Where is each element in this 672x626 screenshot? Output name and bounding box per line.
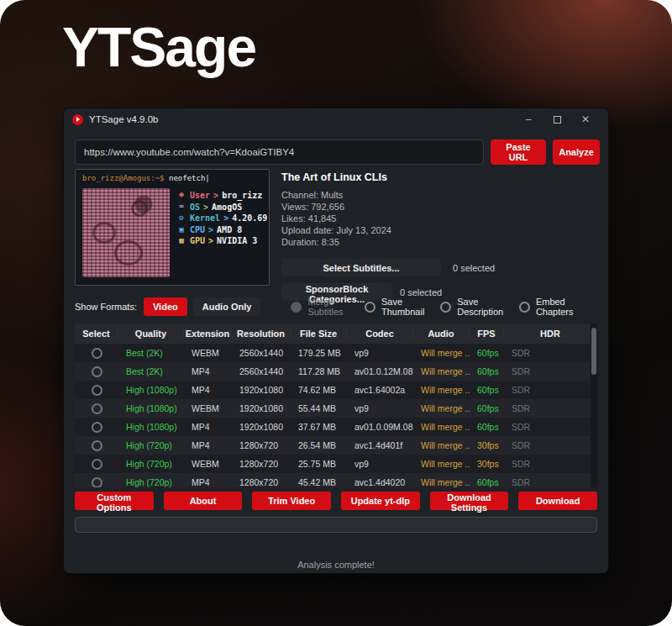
cell-extension: WEBM xyxy=(184,348,232,358)
checkbox-label: Save Thumbnail xyxy=(381,297,440,317)
table-row[interactable]: High (720p)MP41280x72026.54 MBavc1.4d401… xyxy=(75,436,597,455)
neofetch-label: Kernel xyxy=(190,213,220,224)
video-channel: Channel: Mults xyxy=(281,189,597,201)
cell-extension: WEBM xyxy=(184,459,232,469)
user-icon: ☻ xyxy=(176,190,186,202)
cell-file-size: 74.62 MB xyxy=(291,385,347,395)
select-radio-icon[interactable] xyxy=(92,385,102,396)
subtitles-row: Select Subtitles... 0 selected xyxy=(281,259,597,276)
column-header-hdr: HDR xyxy=(504,329,597,339)
select-radio-icon[interactable] xyxy=(92,403,102,414)
paste-url-button[interactable]: Paste URL xyxy=(491,139,546,165)
select-radio-icon[interactable] xyxy=(92,477,102,488)
cell-select[interactable] xyxy=(75,403,118,414)
gear-icon: ⚙ xyxy=(176,213,186,224)
chevron-right-icon: > xyxy=(203,202,208,213)
window-title: YTSage v4.9.0b xyxy=(89,114,158,124)
update-yt-dlp-button[interactable]: Update yt-dlp xyxy=(341,492,420,510)
maximize-button[interactable] xyxy=(543,108,571,130)
download-button[interactable]: Download xyxy=(518,492,597,510)
scrollbar-thumb[interactable] xyxy=(591,328,596,375)
select-radio-icon[interactable] xyxy=(92,459,102,470)
cell-resolution: 1920x1080 xyxy=(232,422,291,432)
close-button[interactable]: ✕ xyxy=(571,108,600,130)
cell-quality: High (1080p) xyxy=(118,403,184,413)
table-row[interactable]: Best (2K)MP42560x1440117.28 MBav01.0.12M… xyxy=(75,362,597,381)
cell-quality: Best (2K) xyxy=(118,366,184,376)
table-row[interactable]: High (1080p)MP41920x108037.67 MBav01.0.0… xyxy=(75,418,597,436)
column-header-fps: FPS xyxy=(470,329,504,339)
cell-select[interactable] xyxy=(75,366,118,377)
neofetch-line: ▦GPU>NVIDIA 3 xyxy=(176,235,267,247)
cell-quality: High (720p) xyxy=(118,440,184,450)
select-radio-icon[interactable] xyxy=(92,366,102,377)
cell-codec: vp9 xyxy=(347,459,413,469)
cell-select[interactable] xyxy=(75,459,118,470)
table-body: Best (2K)WEBM2560x1440179.25 MBvp9Will m… xyxy=(75,344,597,487)
cell-fps: 60fps xyxy=(470,385,504,395)
cell-audio: Will merge ... xyxy=(413,385,470,395)
cell-hdr: SDR xyxy=(504,403,597,413)
cell-extension: MP4 xyxy=(184,422,232,432)
checkbox-embed-chapters[interactable]: Embed Chapters xyxy=(519,297,597,317)
table-row[interactable]: Best (2K)WEBM2560x1440179.25 MBvp9Will m… xyxy=(75,344,597,362)
cell-codec: vp9 xyxy=(347,348,413,358)
column-header-audio: Audio xyxy=(413,329,470,339)
cell-select[interactable] xyxy=(75,440,118,451)
neofetch-line: ☻User>bro_rizz xyxy=(176,190,267,202)
column-header-codec: Codec xyxy=(347,329,413,339)
cell-codec: avc1.4d401f xyxy=(347,440,413,450)
formats-audio-toggle[interactable]: Audio Only xyxy=(193,297,261,316)
cell-extension: MP4 xyxy=(184,477,232,487)
action-buttons-row: Custom OptionsAboutTrim VideoUpdate yt-d… xyxy=(75,492,597,510)
cell-codec: av01.0.09M.08 xyxy=(347,422,413,432)
minimize-button[interactable]: – xyxy=(514,108,543,130)
checkbox-save-description[interactable]: Save Description xyxy=(440,297,519,317)
table-scrollbar[interactable] xyxy=(591,324,597,487)
cell-hdr: SDR xyxy=(504,385,597,395)
cell-fps: 30fps xyxy=(470,459,504,469)
cell-quality: High (720p) xyxy=(118,477,184,487)
table-row[interactable]: High (1080p)WEBM1920x108055.44 MBvp9Will… xyxy=(75,399,597,418)
cell-audio: Will merge ... xyxy=(413,440,470,450)
window-controls: – ✕ xyxy=(514,108,600,130)
neofetch-output: ☻User>bro_rizz⌨OS>AmogOS⚙Kernel>4.20.69▣… xyxy=(176,190,267,247)
cell-select[interactable] xyxy=(75,422,118,433)
url-input[interactable] xyxy=(75,139,484,165)
trim-video-button[interactable]: Trim Video xyxy=(252,492,331,510)
formats-row: Show Formats: Video Audio Only Merge Sub… xyxy=(75,297,597,316)
column-header-select: Select xyxy=(75,329,118,339)
cell-quality: Best (2K) xyxy=(118,348,184,358)
table-header: SelectQualityExtensionResolutionFile Siz… xyxy=(75,324,597,344)
formats-video-toggle[interactable]: Video xyxy=(144,297,187,316)
cell-fps: 60fps xyxy=(470,348,504,358)
table-row[interactable]: High (1080p)MP41920x108074.62 MBavc1.640… xyxy=(75,381,597,399)
video-title: The Art of Linux CLIs xyxy=(281,171,597,183)
download-settings-button[interactable]: Download Settings xyxy=(430,492,509,510)
neofetch-value: AMD 8 xyxy=(217,224,242,236)
custom-options-button[interactable]: Custom Options xyxy=(75,492,154,510)
cell-file-size: 37.67 MB xyxy=(291,422,347,432)
cell-select[interactable] xyxy=(75,477,118,488)
cell-select[interactable] xyxy=(75,348,118,359)
page-canvas: YTSage YTSage v4.9.0b – ✕ Paste URL Anal… xyxy=(0,0,672,626)
cpu-icon: ▣ xyxy=(176,224,186,236)
cell-quality: High (720p) xyxy=(118,459,184,469)
select-radio-icon[interactable] xyxy=(92,422,102,433)
cell-audio: Will merge ... xyxy=(413,348,470,358)
cell-select[interactable] xyxy=(75,385,118,396)
neofetch-label: CPU xyxy=(190,224,205,236)
analyze-button[interactable]: Analyze xyxy=(553,139,600,165)
cell-file-size: 179.25 MB xyxy=(291,348,347,358)
select-subtitles-button[interactable]: Select Subtitles... xyxy=(281,259,441,276)
select-radio-icon[interactable] xyxy=(92,440,102,451)
select-radio-icon[interactable] xyxy=(92,348,102,359)
table-row[interactable]: High (720p)MP41280x72045.42 MBavc1.4d402… xyxy=(75,473,597,487)
table-row[interactable]: High (720p)WEBM1280x72025.75 MBvp9Will m… xyxy=(75,455,597,473)
checkbox-label: Save Description xyxy=(457,297,519,317)
cell-quality: High (1080p) xyxy=(118,385,184,395)
about-button[interactable]: About xyxy=(164,492,243,510)
checkbox-save-thumbnail[interactable]: Save Thumbnail xyxy=(365,297,440,317)
cell-quality: High (1080p) xyxy=(118,422,184,432)
neofetch-line: ⌨OS>AmogOS xyxy=(176,202,267,213)
